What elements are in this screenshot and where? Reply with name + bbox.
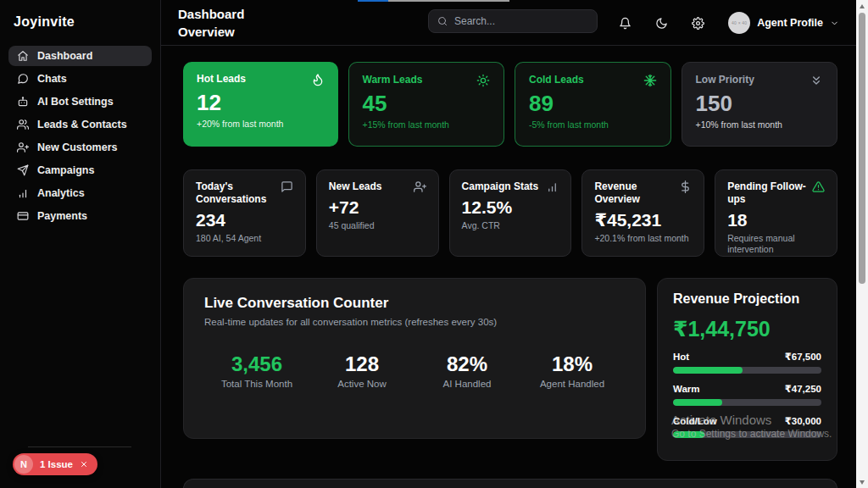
sidebar-item-new-customers[interactable]: New Customers: [8, 137, 152, 158]
card-value: +72: [329, 197, 426, 218]
live-stats: 3,456 Total This Month 128 Active Now 82…: [204, 352, 625, 389]
sidebar-item-dashboard[interactable]: Dashboard: [8, 46, 152, 66]
header: Dashboard Overview 40 × 40 Agent Profile: [161, 0, 856, 46]
warm-leads-card: Warm Leads 45 +15% from last month: [348, 62, 505, 147]
scrollbar-down-arrow[interactable]: [856, 476, 868, 488]
user-plus-icon: [17, 141, 29, 153]
dashboard-content: Hot Leads 12 +20% from last month Warm L…: [161, 46, 856, 488]
card-note: +10% from last month: [696, 119, 824, 130]
search-box[interactable]: [428, 9, 598, 33]
sidebar: Joyinvite Dashboard Chats AI Bot Setting…: [0, 0, 161, 488]
sidebar-item-leads-contacts[interactable]: Leads & Contacts: [8, 114, 152, 135]
section-subtitle: Real-time updates for all conversation m…: [204, 317, 625, 327]
card-note: 45 qualified: [329, 220, 426, 231]
card-title: Pending Follow-ups: [727, 180, 807, 206]
row-amount: ₹47,250: [785, 383, 821, 395]
settings-button[interactable]: [692, 17, 704, 30]
sidebar-item-label: Leads & Contacts: [37, 119, 127, 130]
sidebar-item-analytics[interactable]: Analytics: [8, 183, 152, 203]
card-value: 12.5%: [462, 197, 559, 218]
stat-cards-row: Today's Conversations 234 180 AI, 54 Age…: [183, 169, 837, 257]
header-actions: 40 × 40 Agent Profile: [619, 0, 839, 46]
progress-bar: [673, 431, 821, 438]
sidebar-item-ai-bot-settings[interactable]: AI Bot Settings: [8, 92, 152, 112]
row-label: Warm: [673, 384, 700, 394]
nextjs-logo: N: [14, 455, 33, 474]
hot-leads-card: Hot Leads 12 +20% from last month: [183, 62, 338, 147]
card-note: +15% from last month: [363, 119, 491, 130]
message-icon: [281, 180, 293, 193]
stat-label: Agent Handled: [520, 379, 625, 389]
card-value: 18: [727, 210, 825, 230]
card-title: Cold Leads: [529, 74, 584, 86]
scrollbar-up-arrow[interactable]: [856, 0, 868, 12]
card-title: Hot Leads: [197, 73, 246, 85]
chevrons-down-icon: [810, 74, 823, 87]
progress-bar: [673, 399, 821, 406]
sidebar-item-label: Campaigns: [37, 164, 94, 176]
brand-logo: Joyinvite: [0, 0, 160, 41]
revenue-row-cold-low: Cold/Low ₹30,000: [673, 415, 821, 438]
row-label: Cold/Low: [673, 416, 717, 426]
revenue-row-hot: Hot ₹67,500: [673, 351, 821, 374]
stat-label: Total This Month: [204, 379, 309, 389]
theme-toggle-button[interactable]: [655, 17, 668, 30]
bottom-row: Live Conversation Counter Real-time upda…: [183, 278, 837, 461]
profile-label: Agent Profile: [757, 17, 823, 29]
card-title: Warm Leads: [363, 74, 423, 86]
scrollbar-thumb[interactable]: [859, 13, 865, 284]
card-value: ₹45,231: [594, 210, 692, 230]
progress-fill: [673, 367, 743, 374]
row-label: Hot: [673, 352, 689, 362]
revenue-projection-panel: Revenue Projection ₹1,44,750 Hot ₹67,500…: [657, 278, 837, 461]
search-input[interactable]: [454, 15, 588, 27]
sidebar-item-label: Analytics: [37, 187, 85, 199]
avatar: 40 × 40: [728, 12, 750, 34]
card-title: Low Priority: [696, 74, 754, 86]
new-leads-card: New Leads +72 45 qualified: [316, 169, 439, 257]
next-section-card-peek: [183, 479, 837, 488]
chat-icon: [17, 73, 29, 85]
card-note: Requires manual intervention: [727, 233, 825, 255]
sidebar-item-label: AI Bot Settings: [37, 96, 114, 108]
live-conversation-counter: Live Conversation Counter Real-time upda…: [183, 278, 646, 439]
notifications-button[interactable]: [619, 17, 632, 30]
users-icon: [17, 119, 29, 130]
chevron-down-icon: [830, 19, 839, 28]
flame-icon: [311, 73, 325, 86]
page-title: Dashboard Overview: [178, 5, 273, 41]
issue-count-label: 1 Issue: [40, 459, 73, 469]
bar-chart-icon: [17, 187, 29, 199]
card-value: 89: [529, 91, 657, 116]
alert-triangle-icon: [812, 180, 825, 193]
moon-icon: [655, 17, 668, 30]
revenue-total: ₹1,44,750: [673, 317, 821, 341]
low-priority-card: Low Priority 150 +10% from last month: [682, 62, 838, 147]
sidebar-item-payments[interactable]: Payments: [8, 206, 152, 226]
dollar-icon: [679, 180, 692, 193]
dev-issue-badge[interactable]: N 1 Issue: [13, 453, 97, 475]
progress-fill: [673, 399, 722, 406]
close-icon[interactable]: [80, 460, 88, 469]
pending-followups-card: Pending Follow-ups 18 Requires manual in…: [715, 169, 837, 257]
section-title: Live Conversation Counter: [204, 295, 625, 312]
card-value: 12: [197, 90, 325, 115]
sidebar-item-chats[interactable]: Chats: [8, 69, 152, 89]
home-icon: [17, 50, 29, 62]
sun-icon: [476, 74, 490, 87]
user-plus-icon: [414, 180, 426, 193]
sidebar-item-label: Dashboard: [37, 50, 92, 62]
stat-value: 128: [309, 352, 415, 376]
bell-icon: [619, 17, 632, 30]
profile-menu[interactable]: 40 × 40 Agent Profile: [728, 12, 839, 34]
card-note: +20.1% from last month: [594, 233, 692, 244]
stat-value: 3,456: [204, 352, 309, 376]
card-note: -5% from last month: [529, 119, 657, 130]
stat-label: AI Handled: [415, 379, 520, 389]
sidebar-item-campaigns[interactable]: Campaigns: [8, 160, 152, 180]
sidebar-divider: [28, 446, 131, 447]
browser-scrollbar[interactable]: [856, 0, 868, 488]
bar-chart-icon: [546, 180, 559, 193]
section-title: Revenue Projection: [673, 291, 821, 307]
sidebar-item-label: New Customers: [37, 141, 117, 153]
